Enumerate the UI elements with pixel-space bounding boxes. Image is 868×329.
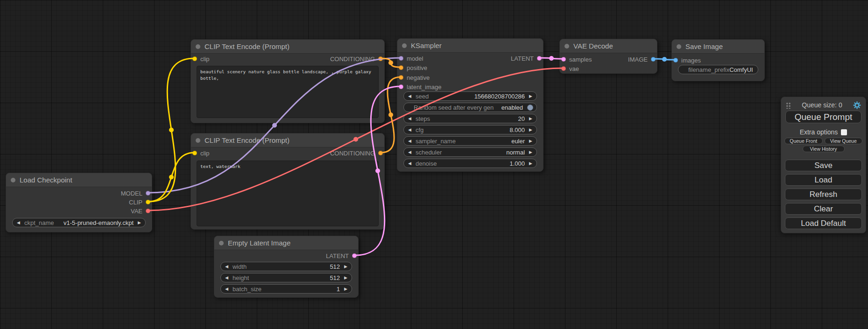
decrement-arrow-icon[interactable]: ◀ — [408, 94, 411, 98]
widget-sampler_name[interactable]: ◀sampler_nameeuler▶ — [403, 136, 537, 146]
increment-arrow-icon[interactable]: ▶ — [138, 221, 141, 225]
input-slot-clip[interactable]: clip — [192, 149, 210, 157]
link-midpoint-dot-icon — [169, 175, 174, 180]
increment-arrow-icon[interactable]: ▶ — [529, 117, 532, 121]
prompt-textarea[interactable]: beautiful scenery nature glass bottle la… — [197, 66, 379, 118]
node-clip-text-encode-positive[interactable]: CLIP Text Encode (Prompt)clipCONDITIONIN… — [191, 39, 385, 123]
CLIP-output-dot-icon[interactable] — [146, 200, 150, 204]
collapse-dot-icon[interactable] — [11, 178, 15, 182]
LATENT-output-dot-icon[interactable] — [352, 253, 357, 258]
decrement-arrow-icon[interactable]: ◀ — [408, 150, 411, 154]
increment-arrow-icon[interactable]: ▶ — [529, 161, 532, 166]
view-history-button[interactable]: View History — [803, 146, 845, 152]
view-queue-button[interactable]: View Queue — [825, 138, 863, 144]
model-input-dot-icon[interactable] — [399, 56, 403, 61]
node-load-checkpoint[interactable]: Load CheckpointMODELCLIPVAE◀ckpt_namev1-… — [6, 173, 152, 232]
output-slot-CONDITIONING[interactable]: CONDITIONING — [330, 55, 383, 63]
input-slot-vae[interactable]: vae — [561, 64, 579, 73]
input-slot-positive[interactable]: positive — [399, 63, 427, 72]
decrement-arrow-icon[interactable]: ◀ — [225, 265, 228, 269]
widget-batch_size[interactable]: ◀batch_size1▶ — [220, 284, 352, 294]
save-button[interactable]: Save — [785, 160, 862, 171]
CONDITIONING-output-dot-icon[interactable] — [378, 151, 383, 155]
output-slot-IMAGE[interactable]: IMAGE — [628, 55, 656, 63]
clip-input-dot-icon[interactable] — [192, 56, 197, 61]
MODEL-output-dot-icon[interactable] — [146, 191, 150, 196]
CONDITIONING-output-dot-icon[interactable] — [378, 56, 383, 61]
increment-arrow-icon[interactable]: ▶ — [344, 287, 347, 291]
widget-steps[interactable]: ◀steps20▶ — [403, 114, 537, 123]
queue-front-button[interactable]: Queue Front — [784, 138, 823, 144]
output-slot-CLIP[interactable]: CLIP — [129, 198, 150, 206]
increment-arrow-icon[interactable]: ▶ — [344, 265, 347, 269]
decrement-arrow-icon[interactable]: ◀ — [408, 117, 411, 121]
increment-arrow-icon[interactable]: ▶ — [529, 139, 532, 143]
toggle-dot-icon[interactable] — [527, 105, 533, 111]
widget-height[interactable]: ◀height512▶ — [220, 273, 352, 282]
input-slot-clip[interactable]: clip — [192, 55, 210, 63]
images-input-dot-icon[interactable] — [673, 58, 678, 63]
node-canvas[interactable]: Queue size: 0 Queue Prompt Extra options — [0, 0, 868, 329]
input-slot-negative[interactable]: negative — [399, 73, 430, 82]
decrement-arrow-icon[interactable]: ◀ — [225, 276, 228, 280]
latent_image-input-dot-icon[interactable] — [399, 84, 403, 89]
node-save-image[interactable]: Save Imageimagesfilename_prefixComfyUI — [671, 39, 765, 81]
node-empty-latent-image[interactable]: Empty Latent ImageLATENT◀width512▶◀heigh… — [214, 236, 359, 298]
node-ksampler[interactable]: KSamplermodelpositivenegativelatent_imag… — [397, 38, 543, 172]
decrement-arrow-icon[interactable]: ◀ — [408, 161, 411, 166]
widget-Random seed after every gen[interactable]: Random seed after every genenabled — [403, 103, 537, 112]
refresh-button[interactable]: Refresh — [785, 189, 862, 200]
input-slot-samples[interactable]: samples — [561, 55, 592, 63]
collapse-dot-icon[interactable] — [196, 138, 200, 143]
input-slot-latent_image[interactable]: latent_image — [399, 83, 441, 91]
node-clip-text-encode-negative[interactable]: CLIP Text Encode (Prompt)clipCONDITIONIN… — [191, 133, 385, 230]
output-slot-CONDITIONING[interactable]: CONDITIONING — [330, 149, 383, 157]
collapse-dot-icon[interactable] — [402, 43, 407, 48]
increment-arrow-icon[interactable]: ▶ — [344, 276, 347, 280]
VAE-output-dot-icon[interactable] — [146, 209, 150, 213]
settings-gear-icon[interactable] — [853, 101, 861, 109]
increment-arrow-icon[interactable]: ▶ — [529, 150, 532, 154]
widget-cfg[interactable]: ◀cfg8.000▶ — [403, 125, 537, 134]
clip-input-dot-icon[interactable] — [192, 151, 197, 155]
widget-ckpt_name[interactable]: ◀ckpt_namev1-5-pruned-emaonly.ckpt▶ — [12, 218, 146, 227]
decrement-arrow-icon[interactable]: ◀ — [17, 221, 20, 225]
clear-button[interactable]: Clear — [785, 203, 862, 215]
queue-prompt-button[interactable]: Queue Prompt — [785, 111, 861, 123]
IMAGE-output-dot-icon[interactable] — [651, 57, 656, 62]
increment-arrow-icon[interactable]: ▶ — [529, 94, 532, 98]
negative-input-dot-icon[interactable] — [399, 75, 403, 80]
node-vae-decode[interactable]: VAE DecodesamplesvaeIMAGE — [559, 39, 657, 74]
drag-handle-icon[interactable] — [786, 102, 791, 109]
increment-arrow-icon[interactable]: ▶ — [529, 128, 532, 132]
collapse-dot-icon[interactable] — [565, 44, 569, 49]
output-slot-LATENT[interactable]: LATENT — [511, 54, 542, 63]
decrement-arrow-icon[interactable]: ◀ — [225, 287, 228, 291]
collapse-dot-icon[interactable] — [219, 241, 224, 245]
node-titlebar: VAE Decode — [560, 39, 657, 53]
collapse-dot-icon[interactable] — [196, 44, 200, 49]
prompt-textarea[interactable]: text, watermark — [197, 161, 379, 226]
link-midpoint-dot-icon — [388, 61, 393, 65]
LATENT-output-dot-icon[interactable] — [537, 56, 542, 61]
vae-input-dot-icon[interactable] — [561, 66, 566, 71]
widget-scheduler[interactable]: ◀schedulernormal▶ — [403, 147, 537, 157]
widget-denoise[interactable]: ◀denoise1.000▶ — [403, 159, 537, 168]
decrement-arrow-icon[interactable]: ◀ — [408, 139, 411, 143]
positive-input-dot-icon[interactable] — [399, 65, 403, 70]
widget-width[interactable]: ◀width512▶ — [220, 262, 352, 271]
load-button[interactable]: Load — [785, 174, 862, 186]
load-default-button[interactable]: Load Default — [785, 217, 862, 229]
decrement-arrow-icon[interactable]: ◀ — [408, 128, 411, 132]
output-slot-LATENT[interactable]: LATENT — [326, 252, 357, 260]
input-slot-model[interactable]: model — [399, 54, 423, 63]
extra-options-checkbox[interactable] — [841, 129, 847, 135]
output-slot-MODEL[interactable]: MODEL — [121, 189, 150, 197]
output-slot-VAE[interactable]: VAE — [131, 207, 150, 215]
samples-input-dot-icon[interactable] — [561, 57, 566, 62]
collapse-dot-icon[interactable] — [677, 44, 681, 49]
widget-seed[interactable]: ◀seed156680208700286▶ — [403, 91, 537, 101]
widget-value: 20 — [518, 115, 525, 122]
widget-filename_prefix[interactable]: filename_prefixComfyUI — [678, 65, 758, 74]
input-slot-images[interactable]: images — [673, 56, 701, 64]
